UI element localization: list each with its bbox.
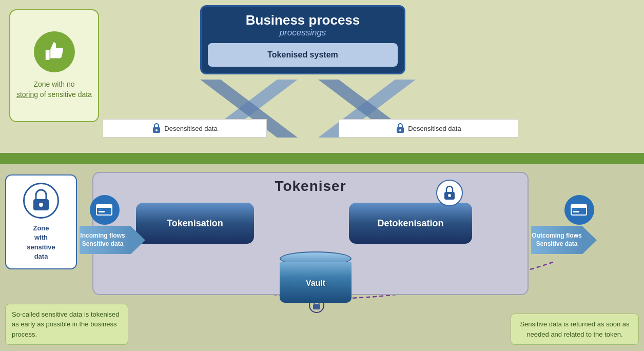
lock-icon-left-bar [152,122,161,135]
desensitised-data-left: Desensitised data [103,119,267,138]
thumbs-up-icon [34,31,75,72]
svg-point-11 [448,194,451,197]
card-reader-icon-right [564,195,594,225]
sensitive-zone-lock-icon [23,183,59,219]
svg-rect-17 [99,209,103,210]
outcoming-flows-arrow: Outcoming flows Sensitive data [531,226,597,254]
note-left: So-called sensitive data is tokenised as… [5,304,128,345]
note-right: Sensitive data is returned as soon as ne… [511,314,639,345]
zone-sensitive-box: Zone with sensitive data [5,174,77,269]
vault-cylinder-body: Vault [280,262,352,303]
zone-no-storing-box: Zone with no storing of sensitive data [9,9,99,122]
svg-rect-15 [96,205,112,208]
zone-no-storing-text: Zone with no storing of sensitive data [16,80,92,100]
outcoming-arrow-head [582,226,597,254]
svg-point-9 [399,129,401,131]
incoming-flows-label: Incoming flows Sensitive data [80,226,131,254]
lock-icon-right-bar [396,122,405,135]
outcoming-flows-label: Outcoming flows Sensitive data [531,226,582,254]
card-reader-icon-left [90,195,120,225]
green-separator-bar [0,153,644,164]
svg-rect-16 [99,211,105,212]
svg-rect-21 [573,209,577,210]
zone-sensitive-text: Zone with sensitive data [27,224,55,261]
business-process-box: Business process processings Tokenised s… [200,5,405,74]
svg-rect-20 [573,211,579,212]
svg-rect-19 [571,205,587,208]
vault-label: Vault [306,279,325,288]
tokeniser-lock-icon [436,180,463,206]
tokenised-system-box: Tokenised system [208,43,398,67]
incoming-arrow-head [131,226,145,254]
tokenisation-box: Tokenisation [136,203,254,244]
desensitised-data-right: Desensitised data [339,119,518,138]
business-process-title: Business process [208,13,398,28]
business-process-subtitle: processings [208,28,398,38]
vault-container: Vault [280,251,352,308]
svg-point-7 [155,129,158,131]
incoming-flows-arrow: Incoming flows Sensitive data [80,226,145,254]
detokenisation-box: Detokenisation [349,203,472,244]
svg-point-13 [39,203,43,207]
